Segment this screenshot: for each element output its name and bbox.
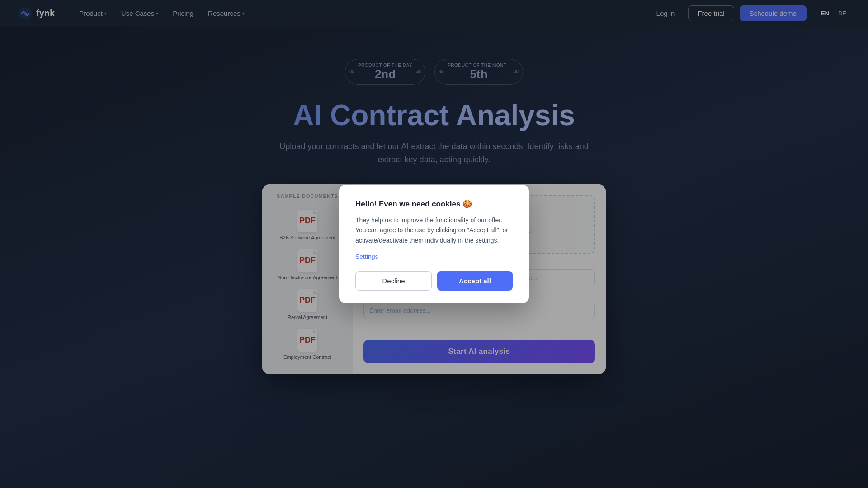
accept-all-button[interactable]: Accept all [437, 271, 513, 291]
cookie-overlay: Hello! Even we need cookies 🍪 They help … [0, 0, 868, 488]
cookie-title: Hello! Even we need cookies 🍪 [355, 199, 513, 209]
cookie-settings-link[interactable]: Settings [355, 253, 378, 260]
decline-button[interactable]: Decline [355, 271, 432, 291]
cookie-buttons: Decline Accept all [355, 271, 513, 291]
cookie-modal: Hello! Even we need cookies 🍪 They help … [339, 185, 529, 303]
cookie-body: They help us to improve the functionalit… [355, 215, 513, 245]
